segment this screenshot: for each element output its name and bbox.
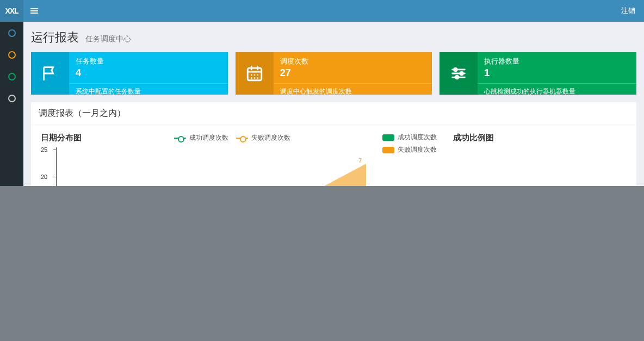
card-desc: 调度中心触发的调度次数 [274,83,432,101]
flag-icon [31,52,69,95]
sidebar-item-0[interactable] [8,29,16,37]
logout-link[interactable]: 注销 [612,0,644,22]
card-value: 27 [280,67,426,79]
legend-success[interactable]: 成功调度次数 [174,133,228,142]
svg-point-2 [460,72,463,75]
card-value: 4 [76,67,221,79]
pie-chart-title: 成功比例图 [453,133,627,143]
page-subtitle: 任务调度中心 [85,34,131,43]
page-title: 运行报表 任务调度中心 [31,29,636,46]
calendar-icon [236,52,274,95]
line-legend: 成功调度次数 失败调度次数 [82,133,382,142]
card-desc: 系统中配置的任务数量 [69,83,228,101]
legend-fail-pie[interactable]: 失败调度次数 [382,145,437,154]
brand-logo[interactable]: XXL [0,0,23,22]
card-tasks: 任务数量 4 系统中配置的任务数量 [31,52,228,95]
legend-success-pie[interactable]: 成功调度次数 [382,133,437,142]
card-triggers: 调度次数 27 调度中心触发的调度次数 [236,52,432,95]
sidebar-item-1[interactable] [8,51,16,59]
sidebar-toggle[interactable] [23,0,45,22]
card-executors: 执行器数量 1 心跳检测成功的执行器机器数量 [439,52,636,95]
chart-axis: 25 20 7 [41,150,382,188]
ytick-20: 20 [41,173,47,180]
card-label: 调度次数 [280,57,426,66]
topbar: XXL 注销 [0,0,644,22]
line-chart-title: 日期分布图 [41,133,82,143]
svg-point-3 [456,76,459,79]
peak-label: 7 [358,157,362,164]
legend-fail[interactable]: 失败调度次数 [236,133,290,142]
stat-cards: 任务数量 4 系统中配置的任务数量 调度次数 27 调度中心触发的调度次数 [31,52,636,95]
bottom-overlay [0,186,644,341]
page-title-text: 运行报表 [31,30,79,44]
card-label: 任务数量 [76,57,221,66]
ytick-25: 25 [41,146,47,153]
sliders-icon [439,52,478,95]
svg-point-1 [454,68,457,71]
card-label: 执行器数量 [484,57,630,66]
sidebar-item-3[interactable] [8,95,16,102]
panel-title: 调度报表（一月之内） [31,102,636,125]
sidebar-item-2[interactable] [8,73,16,80]
card-value: 1 [484,67,630,79]
card-desc: 心跳检测成功的执行器机器数量 [478,83,636,101]
